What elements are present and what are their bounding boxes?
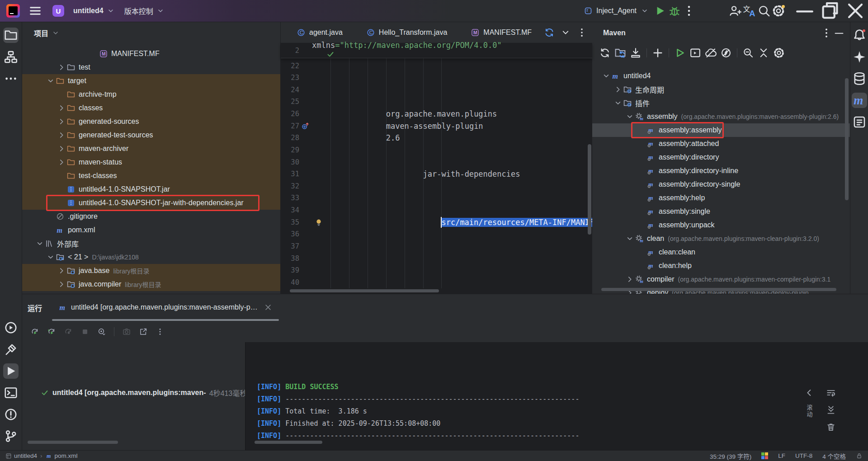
more-actions-button[interactable] — [682, 4, 696, 18]
editor-tab[interactable]: CHello_Transform.java — [354, 22, 459, 43]
code-line[interactable]: 34 — [281, 204, 592, 216]
maven-goal-row[interactable]: massembly:assembly — [592, 123, 850, 137]
kebab-button[interactable] — [576, 27, 588, 38]
debug-button[interactable] — [667, 4, 682, 18]
project-tree-row[interactable]: java.compilerlibrary根目录 — [22, 278, 280, 291]
close-button[interactable] — [843, 0, 868, 22]
maven-search-deps-button[interactable] — [742, 47, 755, 59]
project-panel-header[interactable]: 项目 — [22, 22, 280, 43]
project-tree-row[interactable]: MMANIFEST.MF — [22, 47, 280, 61]
maven-goal-row[interactable]: massembly:attached — [592, 137, 850, 151]
run-button[interactable] — [653, 4, 667, 18]
project-tree-row[interactable]: untitled4-1.0-SNAPSHOT-jar-with-dependen… — [22, 196, 280, 210]
folder-project-tool-button[interactable] — [3, 28, 19, 43]
editor-tab[interactable]: MMANIFEST.MF — [459, 22, 543, 43]
vcs-menu[interactable]: 版本控制 — [120, 3, 170, 19]
project-tree-row[interactable]: 外部库 — [22, 237, 280, 250]
project-tree-row[interactable]: test — [22, 61, 280, 74]
run-rerun-button[interactable] — [28, 325, 41, 338]
maven-goal-row[interactable]: massembly:help — [592, 191, 850, 205]
project-tree-row[interactable]: maven-archiver — [22, 142, 280, 155]
trash-button[interactable] — [826, 422, 836, 433]
add-user-button[interactable] — [728, 4, 742, 18]
run-filter-eye-button[interactable] — [95, 325, 108, 338]
run-tree-item[interactable]: untitled4 [org.apache.maven.plugins:mave… — [40, 386, 247, 400]
maven-goal-row[interactable]: massembly:single — [592, 205, 850, 218]
hamburger-menu-icon[interactable] — [28, 4, 42, 18]
run-camera-button[interactable] — [120, 325, 133, 338]
project-tree-row[interactable]: < 21 >D:\javas\jdk2108 — [22, 250, 280, 264]
project-tree-row[interactable]: target — [22, 74, 280, 88]
code-line[interactable]: 37 — [281, 240, 592, 252]
project-tree-row[interactable]: classes — [22, 101, 280, 115]
maven-collapse-all-button[interactable] — [757, 47, 770, 59]
code-line[interactable]: 36 — [281, 228, 592, 240]
maven-minimize-panel-button[interactable] — [833, 27, 845, 39]
intellij-logo-icon[interactable] — [6, 4, 20, 18]
notifications-tool-button[interactable] — [852, 28, 867, 43]
problems-tool-button[interactable] — [3, 407, 19, 422]
maven-tree-row[interactable]: massembly(org.apache.maven.plugins:maven… — [592, 110, 850, 123]
code-line[interactable]: 23 — [281, 72, 592, 84]
editor-hscrollbar[interactable] — [290, 289, 439, 292]
code-line[interactable]: 40 — [281, 276, 592, 288]
color-grid-icon[interactable] — [761, 452, 768, 459]
translate-button[interactable]: 文A — [742, 4, 757, 18]
code-line[interactable]: 27maven-assembly-plugin — [281, 120, 592, 132]
code-line[interactable]: 39 — [281, 264, 592, 277]
recursive-marker-icon[interactable] — [301, 122, 310, 131]
maven-goal-row[interactable]: massembly:unpack — [592, 218, 850, 232]
collapse-left-button[interactable] — [804, 387, 815, 398]
code-line[interactable]: 31jar-with-dependencies — [281, 168, 592, 180]
close-tab-icon[interactable] — [264, 303, 273, 312]
ai-assistant-tool-button[interactable] — [852, 49, 867, 65]
encoding-selector[interactable]: UTF-8 — [795, 452, 812, 459]
project-selector[interactable]: untitled4 — [69, 4, 120, 18]
scroll-end-button[interactable] — [826, 405, 836, 415]
soft-wrap-button[interactable] — [826, 387, 836, 398]
build-tool-button[interactable] — [3, 342, 19, 357]
caret-position[interactable]: 35:29 (39 字符) — [710, 452, 751, 461]
more-horizontal-tool-button[interactable] — [3, 71, 19, 86]
code-line[interactable]: 22 — [281, 60, 592, 72]
terminal-tool-button[interactable] — [3, 385, 19, 400]
code-area[interactable]: 2223242526org.apache.maven.plugins27mave… — [281, 58, 592, 294]
structure-tool-button[interactable] — [3, 49, 19, 65]
maven-kebab-button[interactable] — [820, 27, 833, 39]
project-tree-row[interactable]: generated-test-sources — [22, 128, 280, 142]
maven-download-sources-button[interactable] — [629, 47, 642, 59]
run-console[interactable]: [INFO] BUILD SUCCESS[INFO] -------------… — [245, 342, 868, 450]
project-tree-row[interactable]: archive-tmp — [22, 88, 280, 101]
search-everywhere-button[interactable] — [757, 4, 771, 18]
maven-tree-row[interactable]: muntitled4 — [592, 69, 850, 83]
maven-hscrollbar[interactable] — [601, 288, 836, 291]
code-line[interactable]: 35src/main/resources/META-INF/MANIFEST.M… — [281, 216, 592, 228]
run-config-selector[interactable]: Inject_Agent — [580, 4, 653, 18]
code-line[interactable]: 282.6 — [281, 132, 592, 144]
ant-tool-button[interactable] — [852, 114, 867, 130]
restore-button[interactable] — [817, 0, 843, 22]
maven-sync-button[interactable] — [599, 47, 611, 59]
git-branch-tool-button[interactable] — [3, 428, 19, 444]
run-tool-button[interactable] — [3, 363, 19, 379]
project-tree-row[interactable]: untitled4-1.0-SNAPSHOT.jar — [22, 183, 280, 196]
editor-tab[interactable]: Cagent.java — [285, 22, 354, 43]
services-tool-button[interactable] — [3, 320, 19, 335]
maven-goal-row[interactable]: massembly:directory-inline — [592, 164, 850, 178]
run-tree-hscrollbar[interactable] — [28, 441, 118, 444]
maven-play-green-button[interactable] — [674, 47, 686, 59]
maven-tool-button[interactable]: m — [852, 93, 867, 108]
maven-goal-row[interactable]: mclean:help — [592, 259, 850, 273]
maven-goal-row[interactable]: massembly:directory-single — [592, 178, 850, 191]
maven-sync-folder-button[interactable] — [614, 47, 627, 59]
maven-tree-row[interactable]: mcompiler(org.apache.maven.plugins:maven… — [592, 273, 850, 286]
maven-skip-tests-button[interactable] — [720, 47, 732, 59]
project-tree-row[interactable]: maven-status — [22, 155, 280, 169]
maven-goal-row[interactable]: massembly:directory — [592, 151, 850, 164]
maven-offline-button[interactable] — [704, 47, 717, 59]
settings-button[interactable] — [771, 4, 786, 18]
blue-refresh-button[interactable] — [543, 27, 555, 38]
chevron-down-button[interactable] — [560, 27, 571, 38]
run-rerun-build-button[interactable] — [45, 325, 58, 338]
maven-tree-row[interactable]: 插件 — [592, 96, 850, 110]
